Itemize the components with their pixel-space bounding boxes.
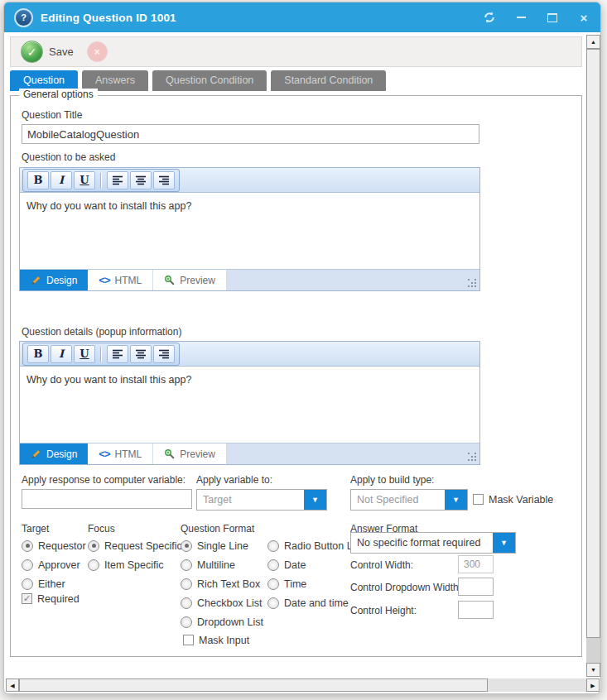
align-right-button[interactable] [153,345,175,363]
resize-grip[interactable] [468,453,476,461]
radio-label: Item Specific [104,559,164,571]
required-label: Required [37,593,79,605]
question-details-content[interactable]: Why do you want to install this app? [20,367,479,443]
tab-standard-condition[interactable]: Standard Condition [271,70,386,91]
chevron-down-icon[interactable]: ▼ [304,490,326,510]
answer-format-select[interactable]: No specific format required ▼ [350,532,516,554]
radio-date-and-time[interactable]: Date and time [267,597,349,609]
bold-button[interactable]: B [27,345,49,363]
toolbar-separator [100,173,102,188]
checkbox-icon [22,593,32,604]
question-title-input[interactable] [22,124,479,144]
align-left-button[interactable] [107,171,128,189]
html-mode-tab[interactable]: <> HTML [88,443,153,464]
apply-variable-to-select[interactable]: Target ▼ [196,489,327,511]
radio-single-line[interactable]: Single Line [181,539,248,552]
radio-icon [267,540,279,552]
radio-approver[interactable]: Approver [22,559,80,571]
mask-variable-checkbox[interactable]: Mask Variable [473,493,553,506]
scroll-down-icon[interactable]: ▼ [586,663,600,677]
resize-grip[interactable] [468,279,476,287]
edit-question-dialog: ? Editing Question ID 1001 × ✓ Save × Qu [3,2,601,694]
radio-label: Request Specific [104,540,182,552]
build-type-select[interactable]: Not Specified ▼ [350,489,468,511]
radio-label: Requestor [38,540,86,552]
radio-item-specific[interactable]: Item Specific [88,559,164,571]
mask-input-checkbox[interactable]: Mask Input [183,634,249,646]
question-asked-editor: B I U Why do you want to install this ap… [19,167,480,291]
control-width-input[interactable] [458,555,494,573]
group-legend: General options [19,89,98,101]
horizontal-scrollbar-thumb[interactable] [19,678,488,692]
italic-button[interactable]: I [51,171,72,189]
magnifier-icon [164,275,175,285]
scroll-right-icon[interactable]: ▶ [586,678,600,692]
radio-requestor[interactable]: Requestor [22,539,86,552]
preview-mode-label: Preview [180,448,215,460]
radio-icon [22,578,33,590]
radio-request-specific[interactable]: Request Specific [88,539,182,552]
format-button-group: B I U [22,343,180,366]
focus-header: Focus [88,523,115,535]
radio-date[interactable]: Date [267,559,306,571]
horizontal-scrollbar[interactable]: ◀ ▶ [6,678,600,692]
save-check-icon: ✓ [21,41,43,63]
vertical-scrollbar[interactable]: ▲ ▼ [586,35,600,677]
window-title: Editing Question ID 1001 [41,12,176,24]
preview-mode-tab[interactable]: Preview [153,443,227,464]
toolbar: ✓ Save × [10,36,582,67]
control-dropdown-width-label: Control Dropdown Width: [350,582,461,593]
caption-buttons: × [483,11,590,24]
pencil-icon [31,448,41,459]
mask-input-label: Mask Input [199,635,249,646]
align-right-button[interactable] [153,171,175,189]
align-center-button[interactable] [130,345,152,363]
minimize-icon[interactable] [514,11,528,24]
radio-either[interactable]: Either [22,578,65,590]
underline-button[interactable]: U [74,345,95,363]
italic-button[interactable]: I [51,345,72,363]
radio-rich-text-box[interactable]: Rich Text Box [181,578,260,590]
question-asked-content[interactable]: Why do you want to install this app? [20,193,479,269]
bold-button[interactable]: B [27,171,49,189]
design-mode-tab[interactable]: Design [20,270,88,290]
help-icon[interactable]: ? [14,8,33,27]
chevron-down-icon[interactable]: ▼ [493,533,515,553]
radio-dropdown-list[interactable]: Dropdown List [181,616,263,628]
control-height-input[interactable] [458,601,494,619]
preview-mode-tab[interactable]: Preview [153,270,227,290]
chevron-down-icon[interactable]: ▼ [445,490,467,510]
align-left-button[interactable] [107,345,128,363]
scroll-up-icon[interactable]: ▲ [586,35,600,49]
control-dropdown-width-input[interactable] [458,578,494,596]
radio-icon [267,559,279,571]
radio-icon [267,578,279,590]
apply-variable-input[interactable] [22,489,192,509]
refresh-icon[interactable] [483,11,496,24]
maximize-icon[interactable] [546,11,559,24]
save-button[interactable]: ✓ Save [21,41,74,63]
radio-time[interactable]: Time [267,578,306,590]
radio-checkbox-list[interactable]: Checkbox List [181,597,263,609]
align-center-button[interactable] [130,171,152,189]
html-mode-tab[interactable]: <> HTML [88,270,153,290]
build-type-label: Apply to build type: [350,474,434,486]
design-mode-tab[interactable]: Design [20,443,88,464]
radio-icon [181,540,192,552]
underline-button[interactable]: U [74,171,95,189]
tab-question-condition[interactable]: Question Condition [152,70,267,91]
radio-label: Rich Text Box [197,578,260,590]
vertical-scrollbar-thumb[interactable] [586,49,600,638]
required-checkbox[interactable]: Required [22,592,79,605]
radio-radio-button-list[interactable]: Radio Button List [267,539,363,552]
radio-label: Either [38,578,65,590]
magnifier-icon [164,448,175,459]
radio-label: Single Line [197,540,248,552]
close-icon[interactable]: × [577,11,590,24]
control-height-label: Control Height: [350,605,417,616]
question-asked-label: Question to be asked [22,151,115,163]
radio-icon [267,597,279,609]
scroll-left-icon[interactable]: ◀ [6,678,19,692]
radio-icon [181,597,192,609]
radio-multiline[interactable]: Multiline [181,559,235,571]
